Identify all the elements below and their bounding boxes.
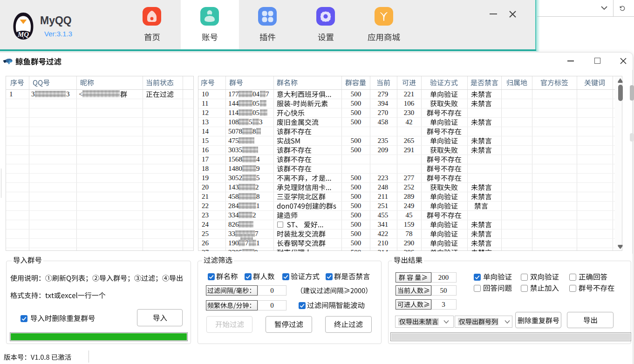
svg-text:MQ: MQ	[17, 31, 29, 38]
